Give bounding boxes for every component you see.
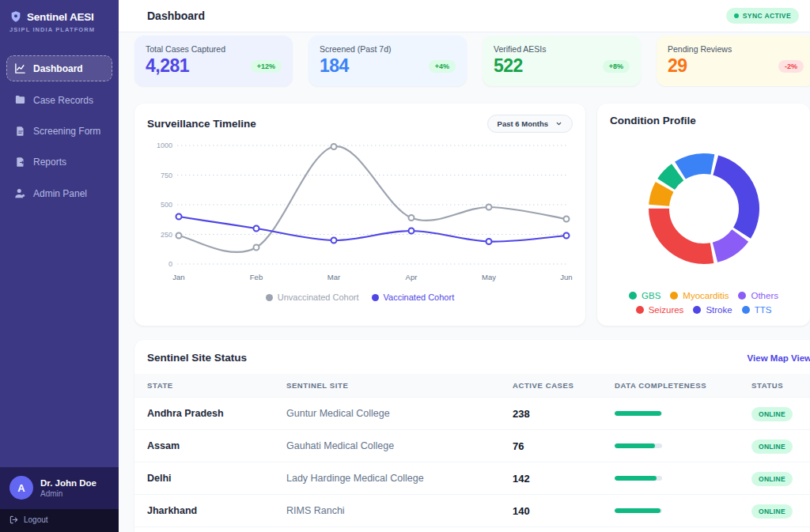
- donut-segment-others: [714, 236, 740, 252]
- donut-legend: GBSMyocarditisOthersSeizuresStrokeTTS: [610, 291, 797, 315]
- range-select[interactable]: Past 6 Months: [487, 115, 573, 133]
- stat-row: 4,281+12%: [146, 55, 282, 77]
- legend-seizures: Seizures: [636, 305, 684, 315]
- legend-unvaccinated-cohort: Unvaccinated Cohort: [266, 292, 359, 302]
- stat-value: 29: [668, 55, 687, 77]
- completeness-bar: [615, 443, 662, 448]
- sidebar-item-label: Screening Form: [33, 126, 100, 137]
- sidebar-item-case-records[interactable]: Case Records: [6, 87, 112, 113]
- sidebar-item-dashboard[interactable]: Dashboard: [6, 55, 112, 81]
- sync-dot-icon: [734, 13, 739, 18]
- legend-label: Unvaccinated Cohort: [278, 292, 359, 302]
- svg-text:Mar: Mar: [327, 273, 340, 281]
- others-dot-icon: [738, 292, 746, 300]
- sidebar-item-admin-panel[interactable]: Admin Panel: [6, 180, 112, 206]
- stat-value: 522: [494, 55, 523, 77]
- topbar: Dashboard SYNC ACTIVE: [119, 0, 810, 32]
- sidebar: Sentinel AESI JSIPL INDIA PLATFORM Dashb…: [0, 0, 119, 532]
- cell-active-cases: 238: [513, 408, 615, 420]
- view-map-link[interactable]: View Map View: [748, 353, 810, 363]
- content: Total Cases Captured4,281+12%Screened (P…: [119, 32, 810, 532]
- logout-button[interactable]: Logout: [0, 509, 119, 532]
- svg-text:1000: 1000: [157, 141, 172, 149]
- sentinel-site-status-card: Sentinel Site Status View Map View STATE…: [134, 340, 810, 532]
- logout-label: Logout: [24, 515, 48, 524]
- surveillance-timeline-card: Surveillance Timeline Past 6 Months 0250…: [134, 104, 585, 326]
- stat-row: 522+8%: [494, 55, 630, 77]
- cell-site: Lady Hardinge Medical College: [286, 473, 513, 484]
- legend-vaccinated-cohort: Vaccinated Cohort: [372, 292, 455, 302]
- page-title: Dashboard: [147, 9, 205, 22]
- donut-segment-seizures: [659, 209, 712, 254]
- svg-text:Jun: Jun: [560, 273, 572, 281]
- svg-text:Feb: Feb: [250, 273, 263, 281]
- status-badge: ONLINE: [751, 472, 793, 486]
- stats-row: Total Cases Captured4,281+12%Screened (P…: [134, 36, 810, 86]
- cell-state: Delhi: [147, 473, 286, 484]
- donut-svg: [641, 145, 767, 272]
- legend-others: Others: [738, 291, 778, 300]
- cell-status: ONLINE: [751, 470, 810, 486]
- completeness-fill: [615, 411, 661, 416]
- user-box: A Dr. John Doe Admin: [0, 467, 119, 509]
- table-row[interactable]: Andhra PradeshGuntur Medical College238O…: [134, 397, 810, 429]
- gbs-dot-icon: [629, 292, 637, 300]
- col-state: STATE: [147, 381, 286, 390]
- legend-label: Myocarditis: [683, 291, 729, 300]
- legend-gbs: GBS: [629, 291, 660, 300]
- timeline-legend: Unvaccinated CohortVaccinated Cohort: [147, 292, 573, 305]
- sidebar-item-label: Dashboard: [33, 63, 83, 74]
- svg-text:750: 750: [161, 172, 172, 179]
- cell-site: RIMS Ranchi: [286, 505, 513, 516]
- cell-site: Gauhati Medical College: [286, 440, 513, 451]
- file-text-icon: [14, 126, 26, 137]
- col-status: STATUS: [751, 381, 810, 390]
- charts-row: Surveillance Timeline Past 6 Months 0250…: [134, 104, 810, 326]
- main-area: Dashboard SYNC ACTIVE Total Cases Captur…: [119, 0, 810, 532]
- sidebar-item-screening-form[interactable]: Screening Form: [6, 119, 112, 144]
- svg-text:Jan: Jan: [172, 273, 184, 281]
- svg-text:May: May: [482, 273, 496, 281]
- cell-site: Guntur Medical College: [286, 408, 513, 419]
- status-badge: ONLINE: [751, 504, 793, 519]
- condition-title: Condition Profile: [610, 115, 696, 126]
- table-row[interactable]: JharkhandRIMS Ranchi140ONLINE: [134, 494, 810, 526]
- legend-label: TTS: [755, 305, 772, 315]
- stat-delta-badge: +8%: [603, 60, 630, 73]
- stat-value: 184: [320, 55, 349, 77]
- status-badge: ONLINE: [751, 440, 793, 454]
- shield-logo-icon: [9, 10, 22, 23]
- stat-delta-badge: +4%: [429, 60, 456, 73]
- stat-card-pending-reviews: Pending Reviews29-2%: [657, 36, 810, 86]
- svg-text:250: 250: [161, 231, 172, 239]
- table-row[interactable]: DelhiLady Hardinge Medical College142ONL…: [134, 462, 810, 494]
- app-subtitle: JSIPL INDIA PLATFORM: [9, 26, 111, 33]
- cell-state: Jharkhand: [147, 505, 286, 516]
- legend-label: GBS: [642, 291, 660, 300]
- cell-active-cases: 142: [513, 473, 615, 485]
- legend-tts: TTS: [742, 305, 772, 315]
- legend-label: Vaccinated Cohort: [384, 292, 455, 302]
- stat-label: Screened (Past 7d): [320, 44, 456, 54]
- donut-segment-myocarditis: [659, 187, 664, 205]
- cell-active-cases: 140: [513, 505, 615, 517]
- legend-label: Stroke: [706, 305, 732, 315]
- sidebar-item-reports[interactable]: Reports: [6, 149, 112, 175]
- chevron-down-icon: [555, 120, 562, 127]
- folder-icon: [14, 94, 26, 106]
- table-row[interactable]: KarnatakaBangalore Medical College54ONLI…: [134, 526, 810, 532]
- myocarditis-dot-icon: [670, 292, 678, 300]
- user-role: Admin: [40, 489, 97, 498]
- table-row[interactable]: AssamGauhati Medical College76ONLINE: [134, 429, 810, 462]
- donut-segment-tts: [679, 164, 712, 171]
- avatar: A: [9, 476, 33, 500]
- donut-segment-stroke: [715, 165, 748, 233]
- stat-label: Pending Reviews: [668, 44, 804, 54]
- stat-card-screened-past-7d-: Screened (Past 7d)184+4%: [308, 36, 467, 86]
- stat-card-total-cases-captured: Total Cases Captured4,281+12%: [134, 36, 293, 86]
- stat-label: Total Cases Captured: [146, 44, 282, 54]
- sidebar-item-label: Case Records: [33, 95, 93, 106]
- app-name: Sentinel AESI: [27, 11, 94, 23]
- completeness-fill: [615, 508, 660, 513]
- cell-status: ONLINE: [751, 503, 810, 519]
